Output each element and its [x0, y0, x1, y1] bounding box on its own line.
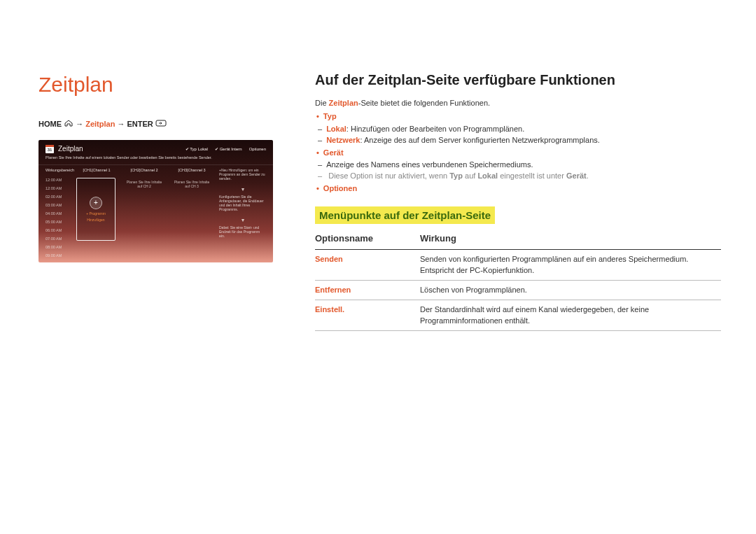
geraet-note-end: . — [587, 171, 589, 180]
plus-icon: + — [90, 197, 102, 209]
ui-screenshot-preview: 31 Zeitplan ✔ Typ Lokal ✔ Gerät Intern O… — [38, 140, 273, 262]
preview-time: 08:00 AM — [46, 245, 69, 253]
enter-icon — [155, 119, 167, 129]
typ-sublist: Lokal: Hinzufügen oder Bearbeiten von Pr… — [326, 124, 721, 146]
options-table: Optionsname Wirkung Senden Senden von ko… — [315, 230, 721, 331]
preview-title: Zeitplan — [58, 144, 83, 154]
breadcrumb: HOME → Zeitplan → ENTER — [38, 119, 273, 130]
preview-time: 07:00 AM — [46, 237, 69, 245]
calendar-day: 31 — [48, 147, 52, 153]
typ-sub-lokal-rest: : Hinzufügen oder Bearbeiten von Program… — [346, 125, 524, 133]
preview-ch1-head: [CH1]Channel 1 — [76, 168, 117, 178]
option-name: Senden — [315, 250, 420, 281]
table-row: Einstell. Der Standardinhalt wird auf ei… — [315, 300, 721, 331]
intro-post: -Seite bietet die folgenden Funktionen. — [358, 99, 490, 107]
left-column: Zeitplan HOME → Zeitplan → ENTER 31 Zeit… — [38, 70, 273, 331]
preview-right-info: +Neu Hinzufügen: um ein Programm an dem … — [219, 168, 266, 262]
typ-sub-lokal-accent: Lokal — [326, 125, 346, 133]
breadcrumb-enter: ENTER — [127, 120, 153, 128]
option-name: Entfernen — [315, 281, 420, 300]
option-name: Einstell. — [315, 300, 420, 331]
preview-card-line2: Hinzufügen — [87, 218, 104, 223]
preview-channel-3: [CH3]Channel 3 Planen Sie Ihre Inhalte a… — [172, 168, 212, 262]
bullet-geraet: Gerät — [325, 148, 721, 158]
chevron-down-icon: ▾ — [219, 217, 266, 224]
geraet-note-geraet: Gerät — [566, 171, 587, 180]
typ-sub-netzwerk-accent: Netzwerk — [326, 136, 360, 144]
sub-heading: Menüpunkte auf der Zeitplan-Seite — [315, 206, 495, 224]
preview-times-head: Wirkungsbereich — [46, 168, 69, 178]
geraet-sub-1: Anzeige des Namens eines verbundenen Spe… — [326, 160, 721, 170]
table-head-effect: Wirkung — [420, 230, 721, 250]
preview-time: 12:00 AM — [46, 178, 69, 186]
preview-time: 09:00 AM — [46, 253, 69, 262]
intro-text: Die Zeitplan-Seite bietet die folgenden … — [315, 98, 721, 108]
table-row: Senden Senden von konfigurierten Program… — [315, 250, 721, 281]
check-icon: ✔ — [215, 147, 218, 151]
geraet-note-mid2: eingestellt ist unter — [498, 171, 566, 180]
breadcrumb-home: HOME — [38, 120, 62, 128]
preview-ch2-head: [CH2]Channel 2 — [124, 168, 164, 178]
option-effect: Der Standardinhalt wird auf einem Kanal … — [420, 300, 721, 331]
preview-geraet-text: Gerät Intern — [220, 147, 242, 151]
check-icon: ✔ — [186, 147, 189, 151]
preview-geraet: ✔ Gerät Intern — [215, 146, 242, 152]
preview-subtitle: Planen Sie Ihre Inhalte auf einem lokale… — [38, 155, 273, 165]
chevron-down-icon: ▾ — [219, 186, 266, 193]
preview-time: 02:00 AM — [46, 195, 69, 203]
calendar-icon: 31 — [46, 145, 54, 153]
breadcrumb-arrow-1: → — [76, 120, 83, 128]
page-title: Zeitplan — [38, 70, 273, 99]
bullet-typ: Typ — [325, 111, 721, 122]
preview-time: 06:00 AM — [46, 228, 69, 237]
preview-typ: ✔ Typ Lokal — [186, 146, 208, 152]
preview-ch2-hint: Planen Sie Ihre Inhalte auf CH 2 — [124, 181, 164, 188]
preview-time: 03:00 AM — [46, 203, 69, 211]
geraet-note-lokal: Lokal — [477, 171, 498, 180]
preview-top-right: ✔ Typ Lokal ✔ Gerät Intern Optionen — [186, 146, 266, 152]
preview-header: 31 Zeitplan ✔ Typ Lokal ✔ Gerät Intern O… — [38, 140, 273, 155]
preview-grid: Wirkungsbereich 12:00 AM 12:00 AM 02:00 … — [38, 164, 273, 262]
typ-sub-netzwerk: Netzwerk: Anzeige des auf dem Server kon… — [326, 135, 721, 146]
preview-info-2: Konfigurieren Sie die Anfangsdauer, die … — [219, 195, 266, 211]
option-effect: Löschen von Programmplänen. — [420, 281, 721, 300]
breadcrumb-zeitplan: Zeitplan — [85, 120, 115, 128]
geraet-note-mid: auf — [463, 171, 477, 180]
option-effect: Senden von konfigurierten Programmplänen… — [420, 250, 721, 281]
preview-time: 04:00 AM — [46, 211, 69, 220]
preview-channel-1: [CH1]Channel 1 + + Programm Hinzufügen — [76, 168, 117, 262]
home-icon — [64, 119, 74, 129]
preview-time: 05:00 AM — [46, 220, 69, 228]
preview-info-3: Dabei: Sie eine Start- und Endzeit für d… — [219, 225, 266, 238]
typ-sub-netzwerk-rest: : Anzeige des auf dem Server konfigurier… — [360, 136, 599, 144]
geraet-note-pre: Diese Option ist nur aktiviert, wenn — [328, 171, 449, 180]
preview-time-column: Wirkungsbereich 12:00 AM 12:00 AM 02:00 … — [46, 168, 69, 262]
intro-pre: Die — [315, 99, 329, 107]
right-column: Auf der Zeitplan-Seite verfügbare Funkti… — [315, 70, 721, 331]
preview-ch3-head: [CH3]Channel 3 — [172, 168, 212, 178]
preview-ch3-hint: Planen Sie Ihre Inhalte auf CH 3 — [172, 181, 212, 188]
intro-accent: Zeitplan — [329, 99, 358, 107]
preview-optionen: Optionen — [249, 146, 266, 152]
function-list: Typ Lokal: Hinzufügen oder Bearbeiten vo… — [315, 111, 721, 194]
section-title: Auf der Zeitplan-Seite verfügbare Funkti… — [315, 70, 721, 90]
geraet-note: Diese Option ist nur aktiviert, wenn Typ… — [326, 171, 721, 181]
typ-sub-lokal: Lokal: Hinzufügen oder Bearbeiten von Pr… — [326, 124, 721, 134]
preview-card-line1: + Programm — [86, 212, 106, 216]
geraet-note-typ: Typ — [449, 171, 463, 180]
bullet-optionen: Optionen — [325, 183, 721, 194]
preview-typ-text: Typ Lokal — [190, 147, 208, 151]
page: Zeitplan HOME → Zeitplan → ENTER 31 Zeit… — [38, 70, 721, 331]
preview-time: 12:00 AM — [46, 186, 69, 195]
table-row: Entfernen Löschen von Programmplänen. — [315, 281, 721, 300]
breadcrumb-arrow-2: → — [117, 120, 125, 128]
table-head-name: Optionsname — [315, 230, 420, 250]
preview-add-card: + + Programm Hinzufügen — [76, 178, 115, 241]
preview-info-1: +Neu Hinzufügen: um ein Programm an dem … — [219, 168, 266, 181]
geraet-sublist: Anzeige des Namens eines verbundenen Spe… — [326, 160, 721, 182]
preview-channel-2: [CH2]Channel 2 Planen Sie Ihre Inhalte a… — [124, 168, 164, 262]
